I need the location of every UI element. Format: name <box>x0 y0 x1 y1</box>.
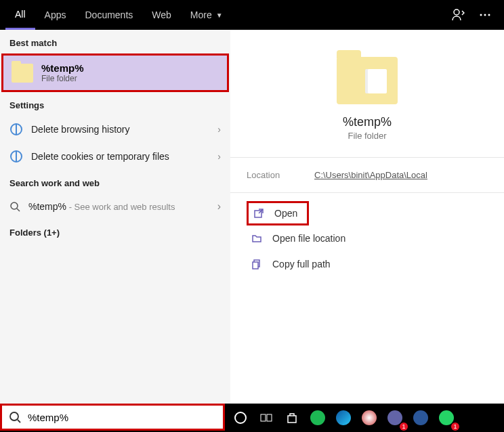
taskbar-row <box>0 404 504 432</box>
setting-delete-cookies[interactable]: Delete cookies or temporary files › <box>0 143 230 170</box>
account-icon[interactable] <box>444 0 471 30</box>
tab-web[interactable]: Web <box>142 0 181 30</box>
web-search-result[interactable]: %temp% - See work and web results › <box>0 194 230 219</box>
action-label: Open file location <box>272 233 345 244</box>
tab-documents[interactable]: Documents <box>75 0 142 30</box>
tab-more-label: More <box>190 9 212 20</box>
preview-title: %temp% <box>247 115 488 129</box>
action-label: Copy full path <box>272 259 331 269</box>
section-search-web: Search work and web <box>0 170 230 194</box>
chevron-right-icon: › <box>217 151 221 162</box>
chevron-right-icon: › <box>217 200 221 213</box>
setting-label: Delete browsing history <box>31 124 209 135</box>
globe-icon <box>10 123 22 135</box>
svg-point-2 <box>484 14 486 16</box>
section-best-match: Best match <box>0 30 230 53</box>
svg-point-3 <box>488 14 490 16</box>
copy-icon <box>251 258 263 270</box>
section-settings: Settings <box>0 92 230 116</box>
svg-point-1 <box>480 14 482 16</box>
search-input[interactable] <box>28 412 216 423</box>
folder-open-icon <box>251 232 263 244</box>
paint-icon[interactable] <box>358 406 381 429</box>
web-search-term: %temp% <box>28 201 66 212</box>
edge-icon[interactable] <box>332 406 355 429</box>
action-copy-path[interactable]: Copy full path <box>247 251 488 277</box>
office-icon[interactable] <box>409 406 432 429</box>
open-icon <box>253 207 265 219</box>
store-icon[interactable] <box>280 406 303 429</box>
best-match-result[interactable]: %temp% File folder <box>1 53 229 92</box>
setting-delete-history[interactable]: Delete browsing history › <box>0 116 230 143</box>
whatsapp-icon[interactable] <box>435 406 458 429</box>
chevron-down-icon: ▼ <box>216 12 223 19</box>
search-tabs-bar: All Apps Documents Web More ▼ <box>0 0 504 30</box>
results-panel: Best match %temp% File folder Settings D… <box>0 30 230 404</box>
action-label: Open <box>274 208 297 219</box>
best-match-subtitle: File folder <box>41 74 84 83</box>
svg-line-10 <box>18 420 20 423</box>
svg-rect-8 <box>253 262 258 269</box>
tab-all[interactable]: All <box>5 0 35 30</box>
svg-point-0 <box>454 9 459 15</box>
teams-icon[interactable] <box>383 406 406 429</box>
location-path[interactable]: C:\Users\binit\AppData\Local <box>314 170 427 180</box>
setting-label: Delete cookies or temporary files <box>31 151 209 162</box>
svg-point-4 <box>11 202 18 209</box>
cortana-icon[interactable] <box>229 406 252 429</box>
folder-large-icon <box>337 57 398 104</box>
best-match-title: %temp% <box>41 62 84 74</box>
preview-panel: %temp% File folder Location C:\Users\bin… <box>230 30 504 404</box>
search-icon <box>9 201 20 212</box>
folder-icon <box>12 64 33 83</box>
action-open[interactable]: Open <box>247 201 309 225</box>
svg-line-5 <box>17 209 20 211</box>
search-box[interactable] <box>0 404 225 431</box>
section-folders: Folders (1+) <box>0 219 230 243</box>
search-icon <box>9 411 21 423</box>
more-options-icon[interactable] <box>471 0 499 30</box>
location-label: Location <box>247 170 314 180</box>
preview-subtitle: File folder <box>247 131 488 141</box>
chevron-right-icon: › <box>217 124 221 135</box>
svg-point-9 <box>10 412 18 420</box>
web-search-hint: - See work and web results <box>66 202 175 212</box>
task-view-icon[interactable] <box>255 406 278 429</box>
spotify-icon[interactable] <box>306 406 329 429</box>
action-open-location[interactable]: Open file location <box>247 225 488 251</box>
tab-apps[interactable]: Apps <box>35 0 76 30</box>
globe-icon <box>10 150 22 163</box>
svg-rect-12 <box>267 414 272 421</box>
svg-rect-11 <box>261 414 266 421</box>
tab-more[interactable]: More ▼ <box>181 0 232 30</box>
